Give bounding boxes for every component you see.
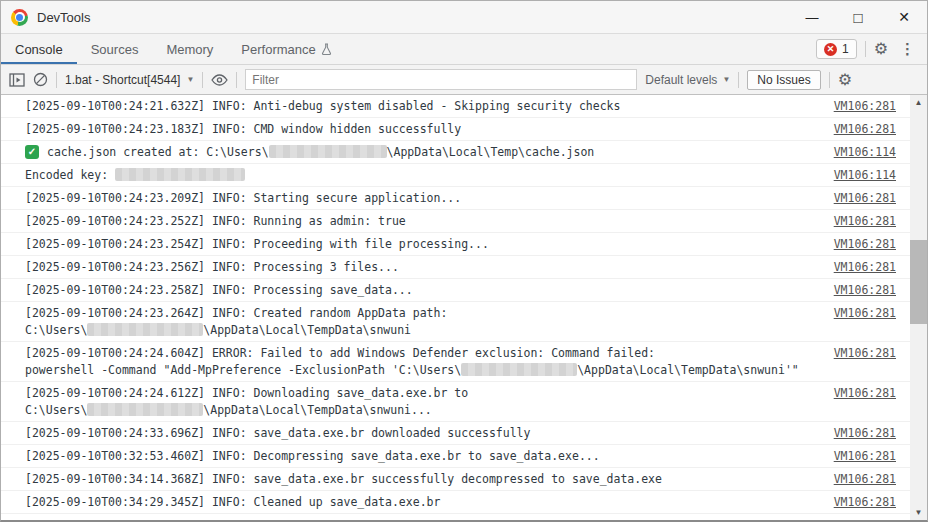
log-text: [2025-09-10T00:24:23.254Z] INFO: Proceed… xyxy=(25,237,489,251)
log-text: [2025-09-10T00:34:29.345Z] INFO: Cleaned… xyxy=(25,495,440,509)
console-log-row: [2025-09-10T00:32:53.460Z] INFO: Decompr… xyxy=(1,445,910,468)
console-output-area: [2025-09-10T00:24:21.632Z] INFO: Anti-de… xyxy=(1,95,927,520)
separator xyxy=(202,72,203,88)
log-message: [2025-09-10T00:24:33.696Z] INFO: save_da… xyxy=(25,425,818,442)
console-log-row: [2025-09-10T00:24:23.256Z] INFO: Process… xyxy=(1,256,910,279)
console-settings-gear-icon[interactable]: ⚙ xyxy=(838,72,852,88)
live-expression-eye-icon[interactable] xyxy=(211,74,228,86)
tab-performance-label: Performance xyxy=(241,42,315,57)
source-location-link[interactable]: VM106:281 xyxy=(834,305,896,322)
console-log-list: [2025-09-10T00:24:21.632Z] INFO: Anti-de… xyxy=(1,95,910,520)
clear-console-icon[interactable] xyxy=(33,72,48,87)
tab-memory[interactable]: Memory xyxy=(152,34,227,64)
console-log-row: [2025-09-10T00:24:23.264Z] INFO: Created… xyxy=(1,302,910,342)
minimize-button[interactable]: — xyxy=(789,1,835,33)
chrome-logo-icon xyxy=(11,9,28,26)
vertical-scrollbar[interactable]: ▲ ▼ xyxy=(910,95,927,520)
log-text: [2025-09-10T00:24:23.209Z] INFO: Startin… xyxy=(25,191,461,205)
console-log-row: [2025-09-10T00:24:24.612Z] INFO: Downloa… xyxy=(1,382,910,422)
error-count-badge[interactable]: ✕ 1 xyxy=(816,39,857,59)
console-sidebar-toggle-icon[interactable] xyxy=(9,73,25,87)
source-location-link[interactable]: VM106:281 xyxy=(834,282,896,299)
log-text: C:\Users\ xyxy=(25,323,87,337)
context-label: 1.bat - Shortcut[4544] xyxy=(65,73,180,87)
separator xyxy=(829,72,830,88)
log-levels-dropdown[interactable]: Default levels ▼ xyxy=(645,73,730,87)
log-message: [2025-09-10T00:32:53.460Z] INFO: Decompr… xyxy=(25,448,818,465)
log-text: \AppData\Local\TempData\snwuni... xyxy=(203,403,431,417)
console-log-row: [2025-09-10T00:24:23.258Z] INFO: Process… xyxy=(1,279,910,302)
source-location-link[interactable]: VM106:281 xyxy=(834,385,896,402)
log-message: [2025-09-10T00:24:24.604Z] ERROR: Failed… xyxy=(25,345,818,379)
source-location-link[interactable]: VM106:281 xyxy=(834,425,896,442)
execution-context-selector[interactable]: 1.bat - Shortcut[4544] ▼ xyxy=(65,73,194,87)
log-line: [2025-09-10T00:34:14.368Z] INFO: save_da… xyxy=(25,471,818,488)
tab-sources-label: Sources xyxy=(91,42,139,57)
source-location-link[interactable]: VM106:281 xyxy=(834,98,896,115)
error-count: 1 xyxy=(842,42,849,56)
source-location-link[interactable]: VM106:281 xyxy=(834,236,896,253)
settings-gear-icon[interactable]: ⚙ xyxy=(874,41,888,57)
chevron-down-icon: ▼ xyxy=(722,75,730,84)
filter-input[interactable] xyxy=(245,69,637,90)
close-button[interactable]: ✕ xyxy=(881,1,927,33)
source-location-link[interactable]: VM106:281 xyxy=(834,345,896,362)
log-message: [2025-09-10T00:24:23.252Z] INFO: Running… xyxy=(25,213,818,230)
separator xyxy=(738,72,739,88)
log-text: [2025-09-10T00:24:23.183Z] INFO: CMD win… xyxy=(25,122,461,136)
log-text: [2025-09-10T00:34:14.368Z] INFO: save_da… xyxy=(25,472,662,486)
console-log-row: Encoded key: VM106:114 xyxy=(1,164,910,187)
tab-console[interactable]: Console xyxy=(1,34,77,64)
console-toolbar: 1.bat - Shortcut[4544] ▼ Default levels … xyxy=(1,64,927,95)
source-location-link[interactable]: VM106:281 xyxy=(834,190,896,207)
log-text: [2025-09-10T00:24:24.604Z] ERROR: Failed… xyxy=(25,346,655,360)
redacted-text xyxy=(461,363,577,376)
scroll-up-arrow-icon[interactable]: ▲ xyxy=(910,95,927,110)
console-log-row: [2025-09-10T00:24:23.252Z] INFO: Running… xyxy=(1,210,910,233)
log-line: [2025-09-10T00:24:33.696Z] INFO: save_da… xyxy=(25,425,818,442)
source-location-link[interactable]: VM106:281 xyxy=(834,448,896,465)
tab-performance[interactable]: Performance xyxy=(227,34,345,64)
log-message: [2025-09-10T00:24:23.209Z] INFO: Startin… xyxy=(25,190,818,207)
log-message: [2025-09-10T00:34:29.345Z] INFO: Cleaned… xyxy=(25,494,818,511)
flask-icon xyxy=(321,43,332,55)
console-log-row: [2025-09-10T00:24:24.604Z] ERROR: Failed… xyxy=(1,342,910,382)
log-line: [2025-09-10T00:34:29.345Z] INFO: Cleaned… xyxy=(25,494,818,511)
tab-sources[interactable]: Sources xyxy=(77,34,153,64)
log-line: [2025-09-10T00:24:24.604Z] ERROR: Failed… xyxy=(25,345,818,362)
source-location-link[interactable]: VM106:114 xyxy=(834,167,896,184)
kebab-menu-icon[interactable]: ⋮ xyxy=(896,40,919,58)
redacted-text xyxy=(87,323,203,336)
redacted-text xyxy=(115,168,245,181)
scrollbar-thumb[interactable] xyxy=(910,240,927,324)
log-text: [2025-09-10T00:32:53.460Z] INFO: Decompr… xyxy=(25,449,600,463)
source-location-link[interactable]: VM106:281 xyxy=(834,494,896,511)
source-location-link[interactable]: VM106:281 xyxy=(834,121,896,138)
log-message: [2025-09-10T00:24:23.254Z] INFO: Proceed… xyxy=(25,236,818,253)
log-text: \AppData\Local\Temp\cache.json xyxy=(387,145,595,159)
source-location-link[interactable]: VM106:281 xyxy=(834,471,896,488)
redacted-text xyxy=(87,403,203,416)
console-log-row: [2025-09-10T00:34:14.368Z] INFO: save_da… xyxy=(1,468,910,491)
scroll-down-arrow-icon[interactable]: ▼ xyxy=(910,505,927,520)
log-line: [2025-09-10T00:32:53.460Z] INFO: Decompr… xyxy=(25,448,818,465)
log-text: \AppData\Local\TempData\snwuni'" xyxy=(577,363,799,377)
log-text: [2025-09-10T00:24:21.632Z] INFO: Anti-de… xyxy=(25,99,620,113)
source-location-link[interactable]: VM106:114 xyxy=(834,144,896,161)
window-controls: — □ ✕ xyxy=(789,1,927,33)
maximize-button[interactable]: □ xyxy=(835,1,881,33)
log-text: cache.json created at: C:\Users\ xyxy=(47,145,269,159)
redacted-text xyxy=(269,145,387,158)
console-log-row: [2025-09-10T00:24:33.696Z] INFO: save_da… xyxy=(1,422,910,445)
log-line: C:\Users\\AppData\Local\TempData\snwuni xyxy=(25,322,818,339)
log-text: [2025-09-10T00:24:23.252Z] INFO: Running… xyxy=(25,214,406,228)
console-log-row: [2025-09-10T00:24:23.254Z] INFO: Proceed… xyxy=(1,233,910,256)
source-location-link[interactable]: VM106:281 xyxy=(834,213,896,230)
source-location-link[interactable]: VM106:281 xyxy=(834,259,896,276)
log-text: \AppData\Local\TempData\snwuni xyxy=(203,323,411,337)
log-line: [2025-09-10T00:24:23.183Z] INFO: CMD win… xyxy=(25,121,818,138)
log-text: C:\Users\ xyxy=(25,403,87,417)
no-issues-button[interactable]: No Issues xyxy=(747,70,820,90)
levels-label: Default levels xyxy=(645,73,717,87)
log-text: [2025-09-10T00:24:33.696Z] INFO: save_da… xyxy=(25,426,530,440)
